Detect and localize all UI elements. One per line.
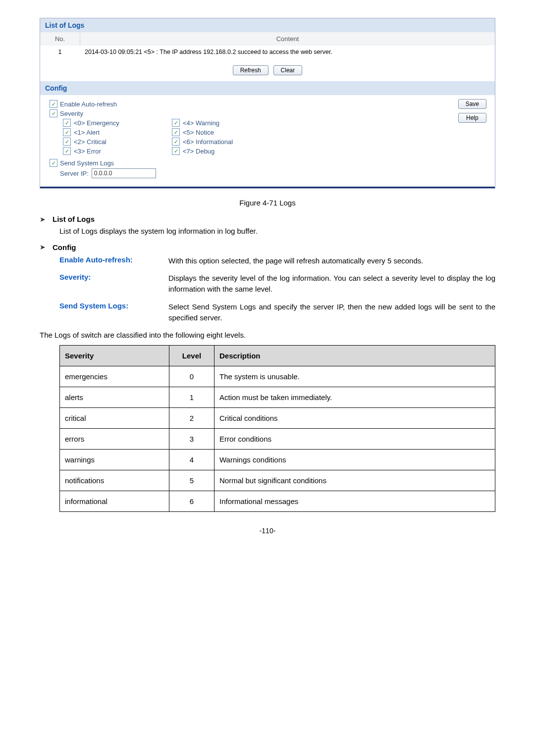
cell-level: 2 xyxy=(169,408,214,429)
cell-level: 3 xyxy=(169,429,214,450)
sev-5-label: <5> Notice xyxy=(183,129,214,136)
cell-description: The system is unusable. xyxy=(214,366,495,387)
bullet-list-of-logs: ➤ List of Logs xyxy=(40,215,495,223)
col-no: No. xyxy=(40,32,80,46)
bullet-arrow-icon: ➤ xyxy=(40,243,53,251)
logs-panel: List of Logs No. Content 1 2014-03-10 09… xyxy=(40,18,495,189)
table-row: critical 2 Critical conditions xyxy=(60,408,495,429)
log-table-header: No. Content xyxy=(40,32,495,46)
cell-description: Normal but significant conditions xyxy=(214,470,495,491)
save-button[interactable]: Save xyxy=(458,99,486,109)
severity-label: Severity xyxy=(60,110,83,117)
table-row: notifications 5 Normal but significant c… xyxy=(60,470,495,491)
table-row: informational 6 Informational messages xyxy=(60,491,495,512)
desc-send-system-logs: Select Send System Logs and specify the … xyxy=(168,302,495,323)
bullet-arrow-icon: ➤ xyxy=(40,215,53,223)
cell-description: Informational messages xyxy=(214,491,495,512)
term-severity: Severity: xyxy=(59,273,168,295)
sev-4-label: <4> Warning xyxy=(183,119,219,127)
sev-0-label: <0> Emergency xyxy=(74,119,119,127)
table-row: errors 3 Error conditions xyxy=(60,429,495,450)
server-ip-input[interactable] xyxy=(92,168,156,178)
desc-enable-auto-refresh: With this option selected, the page will… xyxy=(168,255,495,266)
list-of-logs-header: List of Logs xyxy=(40,18,495,32)
sev-7-checkbox[interactable]: ✓ xyxy=(172,147,180,155)
config-right-buttons: Save Help xyxy=(457,99,488,123)
cell-level: 0 xyxy=(169,366,214,387)
cell-severity: errors xyxy=(60,429,169,450)
list-of-logs-text: List of Logs displays the system log inf… xyxy=(59,226,495,236)
sev-6-checkbox[interactable]: ✓ xyxy=(172,138,180,146)
send-system-logs-checkbox[interactable]: ✓ xyxy=(50,159,57,167)
figure-caption: Figure 4-71 Logs xyxy=(40,199,495,207)
desc-severity: Displays the severity level of the log i… xyxy=(168,273,495,295)
def-enable-auto-refresh: Enable Auto-refresh: With this option se… xyxy=(59,255,495,266)
cell-severity: warnings xyxy=(60,450,169,470)
sev-4-checkbox[interactable]: ✓ xyxy=(172,119,180,127)
cell-level: 4 xyxy=(169,450,214,470)
cell-severity: critical xyxy=(60,408,169,429)
sev-3-label: <3> Error xyxy=(74,148,101,155)
config-body: Save Help ✓ Enable Auto-refresh ✓ Severi… xyxy=(40,95,495,188)
sev-2-checkbox[interactable]: ✓ xyxy=(63,138,71,146)
cell-severity: alerts xyxy=(60,387,169,408)
enable-auto-refresh-label: Enable Auto-refresh xyxy=(60,101,117,108)
sev-3-checkbox[interactable]: ✓ xyxy=(63,147,71,155)
severity-table: Severity Level Description emergencies 0… xyxy=(59,345,495,512)
cell-description: Warnings conditions xyxy=(214,450,495,470)
sev-1-label: <1> Alert xyxy=(74,129,100,136)
clear-button[interactable]: Clear xyxy=(273,65,303,75)
severity-table-header: Severity Level Description xyxy=(60,346,495,366)
log-buttons: Refresh Clear xyxy=(40,58,495,81)
bullet-list-of-logs-label: List of Logs xyxy=(53,215,95,223)
sev-1-checkbox[interactable]: ✓ xyxy=(63,128,71,136)
th-description: Description xyxy=(214,346,495,366)
th-level: Level xyxy=(169,346,214,366)
refresh-button[interactable]: Refresh xyxy=(233,65,268,75)
page-number: -110- xyxy=(40,527,495,535)
cell-description: Error conditions xyxy=(214,429,495,450)
log-row-no: 1 xyxy=(40,46,80,58)
def-send-system-logs: Send System Logs: Select Send System Log… xyxy=(59,302,495,323)
cell-severity: notifications xyxy=(60,470,169,491)
sev-7-label: <7> Debug xyxy=(183,148,214,155)
enable-auto-refresh-checkbox[interactable]: ✓ xyxy=(50,100,57,108)
log-row: 1 2014-03-10 09:05:21 <5> : The IP addre… xyxy=(40,46,495,58)
sev-2-label: <2> Critical xyxy=(74,138,107,146)
lead-in-text: The Logs of switch are classified into t… xyxy=(40,331,495,339)
send-system-logs-label: Send System Logs xyxy=(60,159,114,167)
log-row-content: 2014-03-10 09:05:21 <5> : The IP address… xyxy=(80,46,495,58)
bullet-config-label: Config xyxy=(53,243,76,252)
cell-level: 6 xyxy=(169,491,214,512)
cell-level: 1 xyxy=(169,387,214,408)
term-enable-auto-refresh: Enable Auto-refresh: xyxy=(59,255,168,266)
cell-description: Action must be taken immediately. xyxy=(214,387,495,408)
server-ip-label: Server IP: xyxy=(60,170,89,177)
cell-severity: informational xyxy=(60,491,169,512)
term-send-system-logs: Send System Logs: xyxy=(59,302,168,323)
sev-0-checkbox[interactable]: ✓ xyxy=(63,119,71,127)
cell-level: 5 xyxy=(169,470,214,491)
th-severity: Severity xyxy=(60,346,169,366)
table-row: alerts 1 Action must be taken immediatel… xyxy=(60,387,495,408)
def-severity: Severity: Displays the severity level of… xyxy=(59,273,495,295)
cell-severity: emergencies xyxy=(60,366,169,387)
sev-5-checkbox[interactable]: ✓ xyxy=(172,128,180,136)
col-content: Content xyxy=(80,32,495,46)
table-row: emergencies 0 The system is unusable. xyxy=(60,366,495,387)
sev-6-label: <6> Informational xyxy=(183,138,233,146)
config-header: Config xyxy=(40,81,495,95)
severity-checkbox[interactable]: ✓ xyxy=(50,109,57,117)
cell-description: Critical conditions xyxy=(214,408,495,429)
help-button[interactable]: Help xyxy=(458,113,486,123)
table-row: warnings 4 Warnings conditions xyxy=(60,450,495,470)
bullet-config: ➤ Config xyxy=(40,243,495,252)
